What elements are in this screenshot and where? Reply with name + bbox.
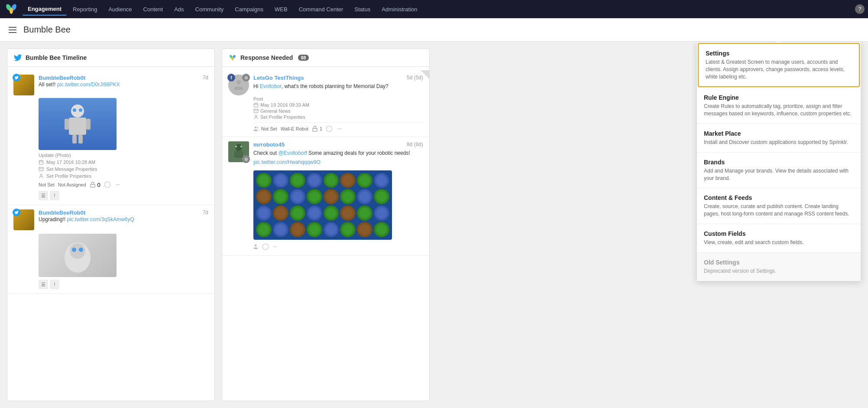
exclaim-icon-btn-2[interactable]: ! [50, 280, 59, 289]
response-gear-badge-2: ⚙ [242, 155, 250, 163]
tweet-time: 7d [203, 75, 208, 81]
tweet-count: 0 [97, 182, 100, 188]
old-settings-title: Old Settings [704, 259, 854, 266]
response-text-1: Hi Evoltobor, what's the robots planning… [253, 83, 423, 90]
dropdown-item-content-feeds[interactable]: Content & Feeds Create, source, curate a… [697, 188, 861, 224]
circle-icon-3[interactable] [262, 243, 269, 250]
tweet-link-2[interactable]: pic.twitter.com/3qSkAmw6yQ [67, 216, 134, 222]
nav-item-reporting[interactable]: Reporting [68, 3, 102, 15]
tweet-message-props[interactable]: Set Message Properties [39, 166, 208, 172]
tweet-card: BumbleBeeRob0t 7d All set!! pic.twitter.… [7, 70, 214, 205]
post-type: Post [253, 96, 423, 101]
svg-rect-12 [39, 160, 43, 164]
post-count-area: 1 [312, 126, 322, 132]
list-icon-btn-2[interactable]: ☰ [39, 280, 48, 289]
custom-fields-desc: View, create, edit and search custom fie… [704, 239, 854, 246]
response-header: Response Needed 88 [222, 49, 429, 67]
nav-item-administration[interactable]: Administration [376, 3, 422, 15]
post-profile[interactable]: Set Profile Properties [253, 114, 423, 120]
settings-desc: Latest & Greatest Screen to manage users… [706, 59, 852, 80]
response-bottom-actions: Not Set [253, 126, 277, 132]
nav-item-status[interactable]: Status [349, 3, 376, 15]
svg-point-45 [262, 244, 268, 249]
tweet-username[interactable]: BumbleBeeRob0t [39, 75, 85, 81]
svg-point-11 [79, 108, 82, 112]
help-button[interactable]: ? [855, 4, 865, 14]
dash-icon-3[interactable] [272, 243, 279, 250]
nav-item-campaigns[interactable]: Campaigns [230, 3, 269, 15]
brands-title: Brands [704, 159, 854, 166]
hamburger-menu[interactable] [9, 27, 16, 33]
timeline-body: BumbleBeeRob0t 7d All set!! pic.twitter.… [7, 67, 214, 401]
mention-link-2[interactable]: @Evoltobor [278, 150, 305, 156]
svg-point-44 [255, 244, 257, 246]
tweet-profile-props[interactable]: Set Profile Properties [39, 173, 208, 179]
svg-point-19 [104, 182, 110, 187]
exclaim-icon-btn[interactable]: ! [50, 191, 59, 200]
response-text-2: Check out @Evoltobor! Some amazing deals… [253, 150, 423, 157]
content-feeds-title: Content & Feeds [704, 194, 854, 201]
calendar-icon-2 [253, 102, 259, 108]
response-title: Response Needed [240, 54, 293, 61]
app-logo[interactable] [3, 1, 19, 17]
timeline-header: Bumble Bee Timeline [7, 49, 214, 67]
page-title: Bumble Bee [23, 25, 71, 35]
circle-icon[interactable] [104, 181, 111, 188]
nav-items: Engagement Reporting Audience Content Ad… [23, 3, 853, 16]
tweet-image-2 [39, 234, 117, 277]
svg-point-28 [236, 80, 241, 85]
tweet-status[interactable]: Not Set [39, 182, 55, 187]
tweet-actions: Not Set Not Assigned 0 [39, 181, 208, 188]
nav-item-command-center[interactable]: Command Center [294, 3, 349, 15]
marketplace-desc: Install and Discover custom applications… [704, 139, 854, 146]
dropdown-item-old-settings[interactable]: Old Settings Deprecated version of Setti… [697, 253, 861, 281]
mention-link[interactable]: Evoltobor [260, 83, 282, 89]
dash-icon-2[interactable] [336, 125, 343, 132]
dropdown-item-marketplace[interactable]: Market Place Install and Discover custom… [697, 124, 861, 153]
list-icon-btn[interactable]: ☰ [39, 191, 48, 200]
svg-point-27 [232, 57, 233, 60]
twitter-platform-badge-2 [13, 209, 20, 216]
nav-item-audience[interactable]: Audience [103, 3, 137, 15]
response-username-2[interactable]: mrroboto45 [253, 141, 285, 148]
nav-item-web[interactable]: WEB [269, 3, 293, 15]
svg-rect-5 [69, 118, 86, 135]
tweet-image [39, 98, 117, 150]
dropdown-item-custom-fields[interactable]: Custom Fields View, create, edit and sea… [697, 224, 861, 253]
tweet-username-2[interactable]: BumbleBeeRob0t [39, 209, 85, 216]
svg-point-3 [10, 8, 13, 14]
tweet-meta: BumbleBeeRob0t 7d All set!! pic.twitter.… [39, 75, 208, 88]
nav-item-community[interactable]: Community [190, 3, 229, 15]
dropdown-arrow-inner [776, 42, 782, 42]
svg-rect-41 [234, 151, 243, 158]
dropdown-item-brands[interactable]: Brands Add and Manage your brands. View … [697, 153, 861, 189]
svg-point-42 [235, 146, 237, 147]
dropdown-item-settings[interactable]: Settings Latest & Greatest Screen to man… [698, 43, 860, 87]
user-group-icon-2 [253, 244, 259, 250]
page-header: Bumble Bee [0, 18, 868, 42]
administration-dropdown: Settings Latest & Greatest Screen to man… [696, 42, 861, 281]
rule-engine-title: Rule Engine [704, 94, 854, 101]
timeline-title: Bumble Bee Timeline [26, 54, 87, 61]
nav-item-engagement[interactable]: Engagement [23, 3, 67, 16]
post-assigned[interactable]: Wall-E Robot [281, 126, 308, 131]
dash-icon[interactable] [114, 181, 121, 188]
response-username-1[interactable]: LetsGo TestThings [253, 75, 304, 81]
circle-icon-2[interactable] [326, 125, 333, 132]
tweet-link[interactable]: pic.twitter.com/D0rJi98PKX [57, 82, 120, 88]
nav-item-ads[interactable]: Ads [169, 3, 189, 15]
sprinklr-icon [228, 53, 237, 62]
envelope-icon [39, 166, 44, 172]
envelope-icon-2 [253, 108, 259, 114]
nav-item-content[interactable]: Content [138, 3, 168, 15]
dropdown-item-rule-engine[interactable]: Rule Engine Create Rules to automaticall… [697, 88, 861, 124]
response-column: Response Needed 88 [222, 49, 430, 401]
post-status[interactable]: Not Set [261, 126, 277, 131]
tweet-assigned[interactable]: Not Assigned [58, 182, 86, 187]
post-footer: Not Set Wall-E Robot 1 [253, 122, 423, 132]
lock-icon [90, 182, 96, 188]
tweet-time-2: 7d [203, 209, 208, 216]
svg-rect-6 [65, 119, 69, 130]
tweet-link-3[interactable]: pic.twitter.com/Hwahqqqw9O [253, 159, 321, 165]
brands-desc: Add and Manage your brands. View the det… [704, 167, 854, 182]
